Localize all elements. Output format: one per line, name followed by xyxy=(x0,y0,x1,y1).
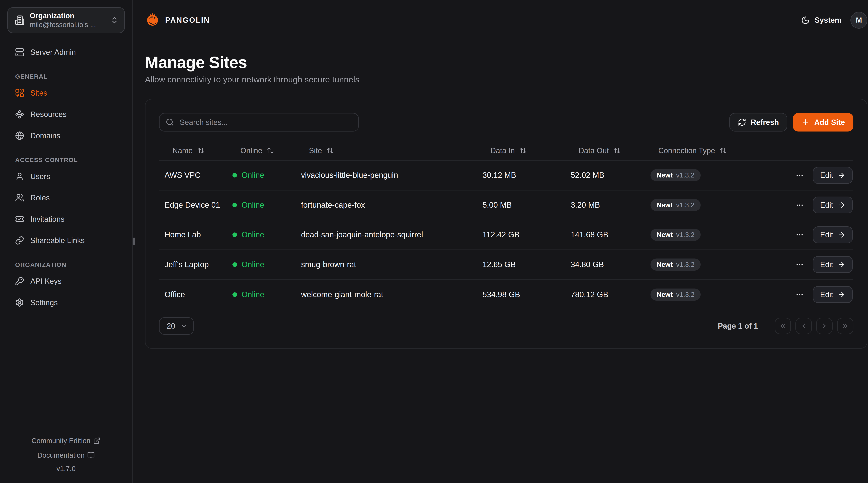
page-size-select[interactable]: 20 xyxy=(159,317,194,335)
connection-type-name: Newt xyxy=(656,261,673,268)
column-header-site[interactable]: Site xyxy=(301,146,483,155)
connection-type-version: v1.3.2 xyxy=(676,261,694,268)
sort-icon xyxy=(267,147,274,154)
row-actions: Edit xyxy=(794,256,853,273)
sidebar-item-invitations[interactable]: Invitations xyxy=(7,212,125,226)
plus-icon xyxy=(801,118,810,126)
sidebar-item-server-admin[interactable]: Server Admin xyxy=(7,45,125,60)
sidebar-item-label: Server Admin xyxy=(30,48,76,57)
online-dot xyxy=(232,262,237,267)
sidebar-section-label: GENERAL xyxy=(7,73,125,80)
column-header-connection[interactable]: Connection Type xyxy=(650,146,794,155)
online-status-label: Online xyxy=(242,171,264,180)
server-icon xyxy=(15,48,24,57)
data-out-cell: 780.12 GB xyxy=(570,290,650,299)
sidebar-item-label: Settings xyxy=(30,298,58,307)
sidebar-item-resources[interactable]: Resources xyxy=(7,107,125,122)
last-page-button[interactable] xyxy=(837,318,854,334)
brand: PANGOLIN xyxy=(145,13,210,28)
connection-type-badge: Newtv1.3.2 xyxy=(650,258,701,271)
theme-toggle[interactable]: System xyxy=(801,16,841,25)
site-name-cell: Edge Device 01 xyxy=(159,200,232,210)
connection-type-cell: Newtv1.3.2 xyxy=(650,258,794,271)
first-page-button[interactable] xyxy=(775,318,791,334)
connection-type-cell: Newtv1.3.2 xyxy=(650,229,794,241)
edit-button[interactable]: Edit xyxy=(813,256,853,273)
site-slug-cell: fortunate-cape-fox xyxy=(301,200,483,210)
column-header-online[interactable]: Online xyxy=(232,146,301,155)
chevron-down-icon xyxy=(180,322,187,330)
online-status-label: Online xyxy=(242,290,264,299)
row-menu-button[interactable] xyxy=(794,170,805,181)
ellipsis-icon xyxy=(796,260,804,269)
connection-type-name: Newt xyxy=(656,231,673,238)
sidebar-item-settings[interactable]: Settings xyxy=(7,295,125,310)
row-actions: Edit xyxy=(794,286,853,303)
combine-icon xyxy=(15,89,24,97)
sidebar-item-label: API Keys xyxy=(30,277,62,286)
search-input[interactable] xyxy=(159,113,359,131)
site-name-cell: Home Lab xyxy=(159,230,232,239)
row-actions: Edit xyxy=(794,167,853,184)
sidebar-item-sites[interactable]: Sites xyxy=(7,86,125,100)
page-info: Page 1 of 1 xyxy=(718,322,758,330)
column-header-name[interactable]: Name xyxy=(159,146,232,155)
sidebar-section-items: API Keys Settings xyxy=(7,274,125,310)
page-title: Manage Sites xyxy=(145,54,867,71)
sidebar-section-items: Sites Resources Domains xyxy=(7,86,125,143)
add-site-button-label: Add Site xyxy=(814,118,845,127)
sidebar-item-users[interactable]: Users xyxy=(7,169,125,184)
topbar-right: System M xyxy=(801,12,867,29)
sidebar-item-roles[interactable]: Roles xyxy=(7,191,125,205)
table-row: Home Lab Online dead-san-joaquin-antelop… xyxy=(159,220,854,250)
column-header-data_in[interactable]: Data In xyxy=(483,146,570,155)
next-page-button[interactable] xyxy=(816,318,833,334)
site-slug-cell: smug-brown-rat xyxy=(301,260,483,269)
connection-type-badge: Newtv1.3.2 xyxy=(650,229,701,241)
waypoints-icon xyxy=(15,110,24,119)
documentation-link[interactable]: Documentation xyxy=(37,449,95,461)
connection-type-version: v1.3.2 xyxy=(676,171,694,179)
previous-page-button[interactable] xyxy=(796,318,812,334)
connection-type-name: Newt xyxy=(656,291,673,298)
site-slug-cell: welcome-giant-mole-rat xyxy=(301,290,483,299)
row-menu-button[interactable] xyxy=(794,289,805,300)
org-switcher-label: Organization xyxy=(30,11,105,21)
community-edition-link[interactable]: Community Edition xyxy=(32,434,101,447)
sort-icon xyxy=(197,147,205,154)
table-row: AWS VPC Online vivacious-little-blue-pen… xyxy=(159,161,854,191)
edit-button[interactable]: Edit xyxy=(813,286,853,303)
chevron-right-icon xyxy=(820,322,828,330)
building-icon xyxy=(14,15,25,25)
sidebar-item-domains[interactable]: Domains xyxy=(7,128,125,143)
row-menu-button[interactable] xyxy=(794,229,805,240)
avatar[interactable]: M xyxy=(850,12,867,29)
column-header-label: Data Out xyxy=(579,146,609,155)
sidebar-item-shareable-links[interactable]: Shareable Links xyxy=(7,233,125,248)
edit-button[interactable]: Edit xyxy=(813,167,853,184)
sidebar-section-items: Users Roles Invitations Shareable Links xyxy=(7,169,125,248)
arrow-right-icon xyxy=(838,291,845,298)
sort-icon xyxy=(613,147,621,154)
sidebar-scrollbar-thumb[interactable] xyxy=(133,237,135,245)
app-version: v1.7.0 xyxy=(5,462,126,475)
app-window: Organization milo@fossorial.io's ... Ser… xyxy=(0,0,868,483)
column-header-data_out[interactable]: Data Out xyxy=(570,146,650,155)
connection-type-cell: Newtv1.3.2 xyxy=(650,289,794,301)
page-content: Manage Sites Allow connectivity to your … xyxy=(133,40,868,349)
online-status-label: Online xyxy=(242,230,264,239)
row-menu-button[interactable] xyxy=(794,200,805,210)
edit-button-label: Edit xyxy=(820,290,833,299)
refresh-button[interactable]: Refresh xyxy=(729,113,787,131)
row-menu-button[interactable] xyxy=(794,259,805,270)
edit-button[interactable]: Edit xyxy=(813,197,853,214)
data-out-cell: 52.02 MB xyxy=(570,171,650,180)
edit-button[interactable]: Edit xyxy=(813,226,853,243)
online-dot xyxy=(232,203,237,207)
arrow-right-icon xyxy=(838,231,845,239)
org-switcher[interactable]: Organization milo@fossorial.io's ... xyxy=(7,7,125,33)
ticket-check-icon xyxy=(15,215,24,224)
sidebar-item-api-keys[interactable]: API Keys xyxy=(7,274,125,289)
site-name-cell: Office xyxy=(159,290,232,299)
add-site-button[interactable]: Add Site xyxy=(793,113,853,131)
